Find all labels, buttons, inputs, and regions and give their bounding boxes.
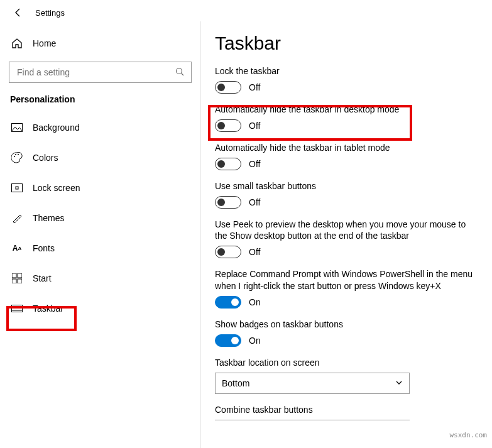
- toggle-badges[interactable]: [215, 334, 241, 347]
- sidebar-item-label: Fonts: [33, 243, 55, 253]
- toggle-state: On: [249, 297, 261, 307]
- sidebar-item-label: Lock screen: [33, 183, 80, 193]
- window-title: Settings: [35, 8, 65, 18]
- setting-label-small-buttons: Use small taskbar buttons: [215, 180, 479, 192]
- svg-rect-12: [12, 305, 23, 312]
- svg-rect-11: [18, 279, 22, 283]
- nav-home[interactable]: Home: [9, 34, 192, 53]
- sidebar-item-label: Themes: [33, 213, 65, 223]
- sidebar-item-label: Background: [33, 123, 80, 133]
- toggle-state: Off: [249, 159, 260, 169]
- brush-icon: [11, 212, 23, 224]
- nav-home-label: Home: [33, 38, 56, 48]
- setting-label-location: Taskbar location on screen: [215, 357, 479, 369]
- toggle-powershell[interactable]: [215, 296, 241, 309]
- sidebar-item-taskbar[interactable]: Taskbar: [9, 297, 192, 320]
- fonts-icon: AA: [11, 243, 23, 254]
- dropdown-taskbar-location[interactable]: Bottom: [215, 373, 410, 394]
- svg-rect-2: [12, 124, 23, 132]
- toggle-autohide-tablet[interactable]: [215, 158, 241, 170]
- toggle-state: Off: [249, 82, 260, 92]
- svg-rect-6: [12, 184, 23, 192]
- sidebar-item-label: Start: [33, 273, 52, 283]
- toggle-state: Off: [249, 197, 260, 207]
- sidebar-item-colors[interactable]: Colors: [9, 146, 192, 170]
- svg-rect-9: [18, 273, 22, 278]
- palette-icon: [11, 152, 23, 163]
- back-button[interactable]: [11, 6, 25, 19]
- sidebar-item-themes[interactable]: Themes: [9, 206, 192, 230]
- search-input-container[interactable]: [9, 62, 192, 83]
- svg-point-0: [177, 68, 182, 74]
- lock-screen-icon: [11, 182, 23, 194]
- svg-point-3: [14, 156, 15, 157]
- setting-label-peek: Use Peek to preview the desktop when you…: [215, 219, 479, 243]
- chevron-down-icon: [395, 378, 403, 388]
- toggle-autohide-desktop[interactable]: [215, 119, 241, 132]
- setting-label-lock: Lock the taskbar: [215, 65, 479, 77]
- setting-label-autohide-desktop: Automatically hide the taskbar in deskto…: [215, 104, 479, 116]
- toggle-peek[interactable]: [215, 246, 241, 258]
- sidebar-item-start[interactable]: Start: [9, 266, 192, 290]
- sidebar-item-lock-screen[interactable]: Lock screen: [9, 176, 192, 200]
- watermark: wsxdn.com: [449, 431, 487, 439]
- toggle-state: On: [249, 336, 261, 346]
- start-icon: [11, 273, 23, 284]
- category-title: Personalization: [9, 94, 192, 104]
- dropdown-value: Bottom: [222, 378, 249, 388]
- sidebar-item-label: Colors: [33, 153, 58, 163]
- search-input[interactable]: [16, 67, 175, 78]
- setting-label-combine: Combine taskbar buttons: [215, 404, 479, 416]
- picture-icon: [11, 122, 23, 133]
- svg-point-5: [18, 154, 19, 155]
- search-icon: [175, 67, 185, 79]
- taskbar-icon: [11, 303, 23, 314]
- setting-label-badges: Show badges on taskbar buttons: [215, 319, 479, 331]
- svg-line-1: [182, 73, 184, 75]
- home-icon: [11, 38, 23, 49]
- sidebar-item-fonts[interactable]: AA Fonts: [9, 236, 192, 260]
- sidebar-item-label: Taskbar: [33, 303, 63, 314]
- toggle-small-buttons[interactable]: [215, 196, 241, 209]
- svg-rect-10: [12, 279, 16, 283]
- sidebar-item-background[interactable]: Background: [9, 116, 192, 139]
- svg-rect-7: [16, 187, 18, 189]
- toggle-lock-taskbar[interactable]: [215, 81, 241, 94]
- toggle-state: Off: [249, 121, 260, 131]
- svg-point-4: [15, 154, 16, 155]
- setting-label-autohide-tablet: Automatically hide the taskbar in tablet…: [215, 142, 479, 154]
- setting-label-powershell: Replace Command Prompt with Windows Powe…: [215, 268, 479, 292]
- svg-rect-8: [12, 273, 16, 278]
- page-title: Taskbar: [215, 33, 479, 54]
- toggle-state: Off: [249, 247, 260, 257]
